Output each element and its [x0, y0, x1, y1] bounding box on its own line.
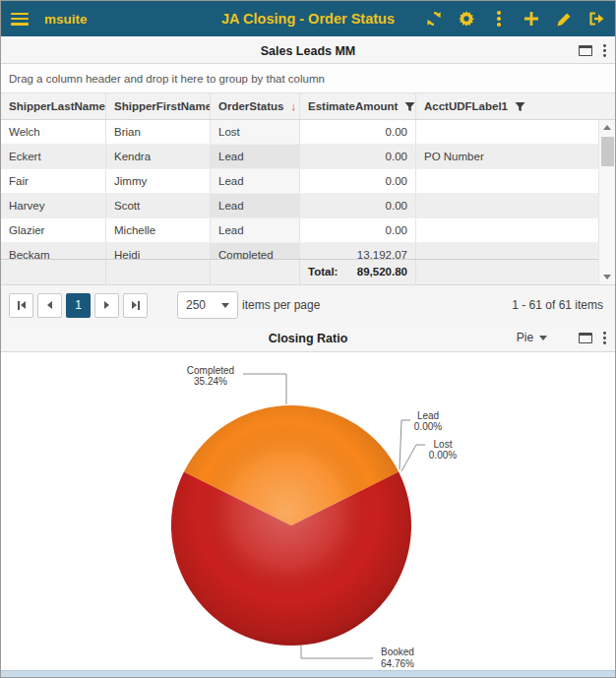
table-row[interactable]: HarveyScottLead0.00: [1, 194, 615, 218]
table-cell: Brian: [105, 120, 210, 144]
brand-logo[interactable]: msuite: [44, 12, 88, 27]
more-options-icon[interactable]: [490, 10, 508, 28]
table-cell: Beckam: [1, 243, 105, 259]
column-header-shipperlastname[interactable]: ShipperLastName: [1, 93, 105, 119]
column-header-shipperfirstname[interactable]: ShipperFirstName: [105, 93, 210, 119]
chart-type-dropdown[interactable]: Pie: [517, 331, 547, 344]
chart-widget: Closing Ratio Pie: [1, 325, 615, 670]
slice-label-completed: Completed: [187, 365, 234, 376]
column-header-acctudflabel1[interactable]: AcctUDFLabel1: [415, 93, 600, 119]
table-cell: 0.00: [299, 120, 415, 144]
first-page-button[interactable]: [9, 293, 33, 318]
prev-page-button[interactable]: [37, 293, 62, 318]
widget-menu-icon[interactable]: [602, 43, 607, 57]
slice-pct-completed: 35.24%: [194, 376, 227, 387]
table-cell: Lead: [210, 145, 299, 168]
grid-widget-header: Sales Leads MM: [1, 38, 615, 64]
table-cell: Michelle: [105, 218, 210, 242]
bottom-strip: [1, 670, 615, 678]
table-cell: Heidi: [105, 243, 210, 259]
grid-widget-title: Sales Leads MM: [1, 44, 615, 58]
grid-widget: Sales Leads MM Drag a column header and …: [1, 38, 615, 325]
current-page-button[interactable]: 1: [66, 293, 91, 318]
slice-pct-lead: 0.00%: [414, 421, 442, 432]
pager-range-info: 1 - 61 of 61 items: [512, 298, 607, 312]
connector-lost: [401, 445, 425, 471]
scroll-up-icon[interactable]: [603, 125, 611, 130]
grid-body-rows: WelchBrianLost0.00EckertKendraLead0.00PO…: [1, 120, 615, 259]
table-cell: 0.00: [299, 169, 415, 193]
table-row[interactable]: WelchBrianLost0.00: [1, 120, 615, 145]
table-cell: PO Number: [415, 145, 600, 168]
maximize-window-icon[interactable]: [579, 333, 592, 343]
app-bar: msuite JA Closing - Order Status: [1, 1, 615, 36]
table-row[interactable]: GlazierMichelleLead0.00: [1, 218, 615, 243]
total-value: 89,520.80: [357, 260, 407, 284]
page-size-label: items per page: [242, 298, 320, 312]
grid-pager: 1 250 items per page 1 - 61 of 61 items: [1, 284, 615, 325]
vertical-scrollbar[interactable]: [598, 120, 615, 284]
sign-out-icon[interactable]: [587, 10, 605, 28]
group-drop-area[interactable]: Drag a column header and drop it here to…: [1, 64, 615, 93]
app-window: msuite JA Closing - Order Status: [0, 0, 616, 678]
table-cell: Glazier: [1, 218, 105, 242]
filter-icon[interactable]: [515, 101, 525, 112]
table-cell: Scott: [105, 194, 210, 217]
table-cell: Lead: [210, 218, 299, 242]
column-header-estimateamount[interactable]: EstimateAmount: [299, 93, 415, 119]
table-row[interactable]: BeckamHeidiCompleted13,192.07: [1, 243, 615, 259]
chevron-down-icon: [221, 303, 229, 308]
table-cell: 0.00: [299, 194, 415, 217]
connector-completed: [243, 374, 286, 404]
scroll-down-icon[interactable]: [603, 275, 611, 279]
table-cell: [415, 169, 600, 193]
table-cell: Lead: [210, 194, 299, 217]
connector-booked: [301, 645, 373, 658]
filter-icon[interactable]: [404, 101, 415, 112]
slice-pct-booked: 64.76%: [381, 658, 414, 669]
refresh-icon[interactable]: [425, 10, 443, 28]
pie-slices: [171, 405, 411, 646]
grid-column-headers: ShipperLastName ShipperFirstName OrderSt…: [1, 93, 615, 120]
scrollbar-thumb[interactable]: [601, 137, 614, 166]
table-cell: 13,192.07: [299, 243, 415, 259]
add-icon[interactable]: [523, 10, 540, 28]
column-header-orderstatus[interactable]: OrderStatus ↓: [210, 93, 299, 119]
table-cell: [415, 218, 600, 242]
table-cell: Lost: [210, 120, 299, 144]
slice-label-booked: Booked: [381, 647, 414, 657]
table-cell: Completed: [210, 243, 299, 259]
header-spacer: [600, 93, 615, 119]
table-row[interactable]: EckertKendraLead0.00PO Number: [1, 145, 615, 169]
pie-chart: Completed 35.24% Lead 0.00% Lost 0.00% B…: [1, 352, 615, 670]
edit-pencil-icon[interactable]: [555, 10, 573, 28]
page-size-dropdown[interactable]: 250: [177, 291, 238, 319]
settings-gear-icon[interactable]: [458, 10, 475, 28]
table-cell: Jimmy: [105, 169, 210, 193]
chart-widget-header: Closing Ratio Pie: [1, 325, 615, 352]
grid-footer-row: Total: 89,520.80: [1, 259, 615, 284]
last-page-button[interactable]: [123, 293, 148, 318]
widget-menu-icon[interactable]: [602, 331, 607, 344]
table-cell: Eckert: [1, 145, 105, 168]
next-page-button[interactable]: [94, 293, 119, 318]
sort-desc-icon: ↓: [290, 101, 296, 112]
group-hint-text: Drag a column header and drop it here to…: [9, 73, 325, 85]
table-cell: Fair: [1, 169, 105, 193]
menu-icon[interactable]: [11, 13, 29, 26]
slice-label-lead: Lead: [417, 410, 439, 421]
table-cell: Welch: [1, 120, 105, 144]
table-cell: [415, 120, 600, 144]
table-cell: 0.00: [299, 218, 415, 242]
table-cell: [415, 194, 600, 217]
maximize-window-icon[interactable]: [579, 45, 592, 56]
connector-lead: [400, 420, 410, 469]
chevron-down-icon: [539, 336, 547, 340]
grid-content: WelchBrianLost0.00EckertKendraLead0.00PO…: [1, 120, 615, 284]
table-cell: [415, 243, 600, 259]
slice-pct-lost: 0.00%: [429, 450, 457, 461]
table-cell: Lead: [210, 169, 299, 193]
table-cell: 0.00: [299, 145, 415, 168]
table-cell: Harvey: [1, 194, 105, 217]
table-row[interactable]: FairJimmyLead0.00: [1, 169, 615, 194]
